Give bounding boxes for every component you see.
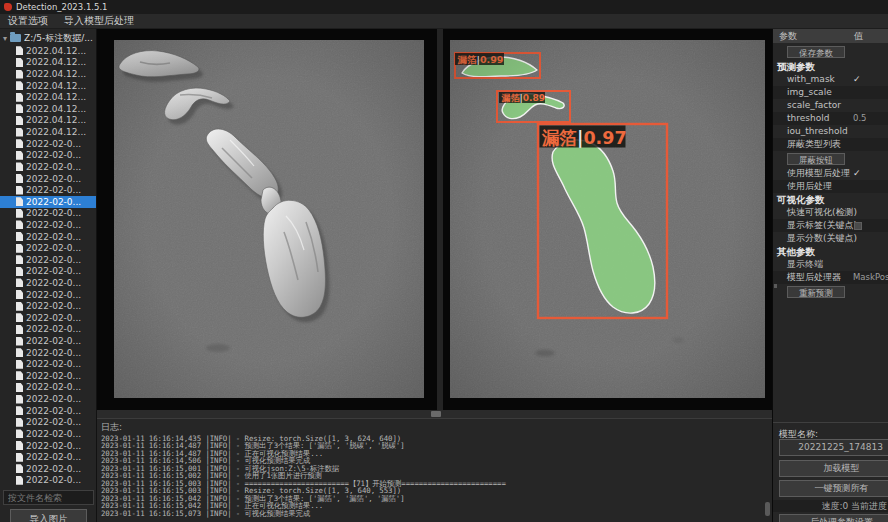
load-model-button[interactable]: 加载模型	[779, 460, 888, 477]
tree-item[interactable]: 2022.04.12...	[0, 68, 97, 80]
param-row[interactable]: img_scale	[773, 86, 888, 99]
tree-item[interactable]: 2022-02-0...	[0, 161, 97, 173]
param-row[interactable]: 模型后处理器MaskPostPro	[773, 271, 888, 284]
file-icon	[16, 464, 23, 473]
param-row[interactable]: 快速可视化(检测)	[773, 206, 888, 219]
tree-item[interactable]: 2022-02-0...	[0, 219, 97, 231]
tree-item[interactable]: 2022-02-0...	[0, 312, 97, 324]
file-icon	[16, 290, 23, 299]
tree-item[interactable]: 2022.04.12...	[0, 103, 97, 115]
prediction-image-panel[interactable]: 漏箔|0.99 漏箔|0.89 漏箔|0.97	[443, 29, 772, 410]
param-button-row: 重新预测	[773, 284, 888, 300]
file-icon	[16, 46, 23, 55]
chevron-down-icon: ▾	[0, 34, 10, 43]
tree-root[interactable]: ▾ Z:/5-标注数据/...	[0, 32, 97, 44]
tree-item-label: 2022.04.12...	[26, 104, 86, 114]
file-icon	[16, 104, 23, 113]
tree-item[interactable]: 2022-02-0...	[0, 417, 97, 429]
param-row[interactable]: iou_threshold	[773, 125, 888, 138]
param-row[interactable]: 屏蔽类型列表	[773, 138, 888, 151]
file-icon	[16, 128, 23, 137]
tree-item[interactable]: 2022.04.12...	[0, 80, 97, 92]
postprocess-settings-button[interactable]: 后处理参数设置	[779, 514, 888, 522]
tree-item[interactable]: 2022-02-0...	[0, 382, 97, 394]
tree-item[interactable]: 2022-02-0...	[0, 405, 97, 417]
param-button[interactable]: 重新预测	[787, 286, 845, 298]
file-icon	[16, 302, 23, 311]
log-panel[interactable]: 日志: 2023-01-11 16:16:14,435 |INFO| - Res…	[97, 418, 772, 522]
image-viewers: 漏箔|0.99 漏箔|0.89 漏箔|0.97	[97, 29, 772, 410]
menu-settings[interactable]: 设置选项	[0, 14, 56, 28]
tree-item[interactable]: 2022-02-0...	[0, 208, 97, 220]
param-row[interactable]: 使用模型后处理✓	[773, 167, 888, 180]
param-row[interactable]: 显示标签(关键点)	[773, 219, 888, 232]
tree-item[interactable]: 2022-02-0...	[0, 475, 97, 487]
param-label: 使用后处理	[773, 181, 832, 191]
import-images-button[interactable]: 导入图片	[10, 509, 87, 522]
param-label: 显示标签(关键点)	[773, 220, 857, 230]
param-button[interactable]: 保存参数	[787, 46, 845, 58]
model-name-field[interactable]: 20221225_174813	[779, 439, 888, 456]
file-search-input[interactable]	[3, 490, 94, 505]
tree-item[interactable]: 2022-02-0...	[0, 289, 97, 301]
log-splitter[interactable]	[97, 410, 772, 418]
source-image-panel[interactable]	[97, 29, 437, 410]
tree-item[interactable]: 2022-02-0...	[0, 138, 97, 150]
tree-item[interactable]: 2022-02-0...	[0, 277, 97, 289]
splitter-grip-icon[interactable]	[431, 411, 441, 417]
tree-item[interactable]: 2022.04.12...	[0, 45, 97, 57]
params-header: 参数 值	[773, 29, 888, 43]
tree-item[interactable]: 2022-02-0...	[0, 149, 97, 161]
tree-item[interactable]: 2022-02-0...	[0, 347, 97, 359]
param-row[interactable]: with_mask✓	[773, 73, 888, 86]
tree-item[interactable]: 2022-02-0...	[0, 463, 97, 475]
param-label: 显示分数(关键点)	[773, 233, 857, 243]
tree-item[interactable]: 2022.04.12...	[0, 57, 97, 69]
tree-item[interactable]: 2022.04.12...	[0, 91, 97, 103]
tree-item[interactable]: 2022-02-0...	[0, 428, 97, 440]
param-row[interactable]: 显示终端	[773, 258, 888, 271]
tree-item[interactable]: 2022-02-0...	[0, 196, 97, 208]
log-line: 2023-01-11 16:16:15,073 |INFO| - 可视化预测结果…	[101, 510, 772, 517]
file-sidebar: ▾ Z:/5-标注数据/... 2022.04.12...2022.04.12.…	[0, 29, 97, 522]
tree-item[interactable]: 2022-02-0...	[0, 440, 97, 452]
checkbox-unchecked[interactable]	[854, 222, 862, 230]
tree-item-label: 2022-02-0...	[26, 417, 81, 427]
tree-item[interactable]: 2022-02-0...	[0, 451, 97, 463]
file-icon	[16, 337, 23, 346]
tree-item[interactable]: 2022-02-0...	[0, 300, 97, 312]
tree-item-label: 2022-02-0...	[26, 313, 81, 323]
tree-item[interactable]: 2022-02-0...	[0, 173, 97, 185]
param-row[interactable]: 显示分数(关键点)	[773, 232, 888, 245]
tree-item[interactable]: 2022-02-0...	[0, 324, 97, 336]
checkmark-icon[interactable]: ✓	[853, 73, 861, 86]
param-label: 快速可视化(检测)	[773, 207, 857, 217]
tree-item-label: 2022.04.12...	[26, 57, 86, 67]
log-scrollbar[interactable]	[765, 502, 770, 516]
speed-status: 速度:0 当前进度	[773, 500, 888, 512]
param-section: 可视化参数	[773, 193, 888, 206]
param-row[interactable]: 使用后处理	[773, 180, 888, 193]
tree-item[interactable]: 2022-02-0...	[0, 254, 97, 266]
tree-item-label: 2022-02-0...	[26, 301, 81, 311]
predict-all-button[interactable]: 一键预测所有	[779, 480, 888, 497]
tree-item[interactable]: 2022.04.12...	[0, 115, 97, 127]
tree-item[interactable]: 2022-02-0...	[0, 335, 97, 347]
file-icon	[16, 325, 23, 334]
checkmark-icon[interactable]: ✓	[853, 167, 861, 180]
tree-item[interactable]: 2022-02-0...	[0, 370, 97, 382]
tree-item-label: 2022-02-0...	[26, 139, 81, 149]
tree-item[interactable]: 2022.04.12...	[0, 126, 97, 138]
param-row[interactable]: scale_factor	[773, 99, 888, 112]
file-icon	[16, 395, 23, 404]
tree-item[interactable]: 2022-02-0...	[0, 358, 97, 370]
tree-item[interactable]: 2022-02-0...	[0, 242, 97, 254]
menu-import-model-postprocess[interactable]: 导入模型后处理	[56, 14, 142, 28]
tree-item[interactable]: 2022-02-0...	[0, 393, 97, 405]
tree-item[interactable]: 2022-02-0...	[0, 231, 97, 243]
tree-item[interactable]: 2022-02-0...	[0, 184, 97, 196]
tree-item-label: 2022.04.12...	[26, 81, 86, 91]
param-row[interactable]: threshold0.5	[773, 112, 888, 125]
param-button[interactable]: 屏蔽按钮	[787, 153, 845, 165]
tree-item[interactable]: 2022-02-0...	[0, 266, 97, 278]
